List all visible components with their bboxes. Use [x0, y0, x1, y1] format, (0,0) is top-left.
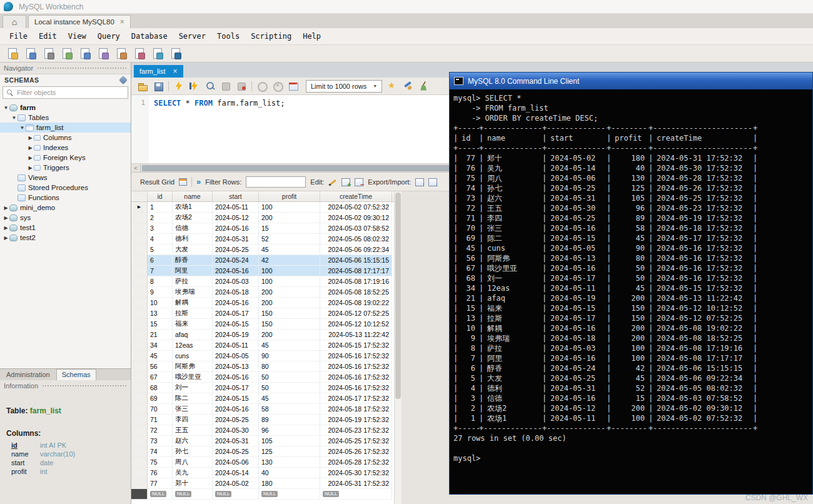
grid-cell[interactable]: 2024-05-05 08:02:32: [320, 234, 392, 244]
grid-cell[interactable]: 王五: [173, 425, 213, 436]
menu-file[interactable]: File: [4, 29, 33, 43]
grid-cell[interactable]: 2024-05-16: [213, 298, 259, 308]
grid-row-75[interactable]: 75周八2024-05-061302024-05-28 17:52:32: [131, 457, 394, 468]
grid-cell[interactable]: 2: [148, 213, 173, 223]
grid-cell[interactable]: 2024-05-25: [213, 244, 259, 255]
grid-cell[interactable]: 7: [148, 266, 173, 276]
row-marker[interactable]: [131, 457, 148, 468]
row-marker[interactable]: [131, 415, 148, 425]
autocommit-toggle-icon[interactable]: [288, 81, 299, 92]
grid-row-67[interactable]: 67哦沙里亚2024-05-16502024-05-16 17:52:32: [131, 372, 394, 383]
grid-row-6[interactable]: 6醇香2024-05-24422024-05-06 15:15:15: [131, 255, 394, 266]
grid-column-header-profit[interactable]: profit: [259, 191, 320, 201]
open-sql-script-icon[interactable]: [24, 48, 36, 59]
open-script-icon[interactable]: [137, 81, 148, 92]
sql-query-text[interactable]: SELECT * FROM farm.farm_list;: [149, 95, 285, 163]
grid-cell[interactable]: 2024-05-31: [213, 234, 259, 244]
grid-cell[interactable]: 2024-05-06: [213, 457, 259, 468]
grid-cell[interactable]: 2024-05-05: [213, 351, 259, 361]
grid-scrollbar-thumb[interactable]: [395, 193, 401, 399]
row-marker[interactable]: [131, 340, 148, 351]
row-marker[interactable]: [131, 319, 148, 330]
import-records-icon[interactable]: [428, 178, 437, 186]
edit-record-icon[interactable]: [328, 178, 337, 186]
grid-cell[interactable]: 56: [148, 361, 173, 372]
grid-cell[interactable]: 德利: [173, 234, 213, 244]
grid-cell[interactable]: 150: [259, 308, 320, 319]
grid-row-5[interactable]: 5大发2024-05-25452024-05-06 09:22:34: [131, 244, 394, 255]
grid-cell[interactable]: 2024-05-12 07:52:25: [320, 308, 392, 319]
row-marker[interactable]: [131, 255, 148, 266]
grid-cell[interactable]: 34: [148, 340, 173, 351]
execute-current-statement-icon[interactable]: [189, 81, 200, 92]
grid-row-69[interactable]: 69陈二2024-05-15452024-05-17 17:52:32: [131, 393, 394, 404]
grid-row-1[interactable]: ▶1农场12024-05-111002024-05-02 07:52:32: [131, 202, 394, 213]
tree-item-columns[interactable]: ▶Columns: [0, 133, 131, 143]
grid-cell[interactable]: 100: [259, 276, 320, 287]
grid-cell[interactable]: 农场2: [173, 213, 213, 223]
grid-cell[interactable]: 拉斯: [173, 308, 213, 319]
create-view-icon[interactable]: [97, 48, 109, 59]
grid-column-header-id[interactable]: id: [148, 191, 173, 201]
menu-query[interactable]: Query: [92, 29, 126, 43]
grid-row-34[interactable]: 3412eas2024-05-11452024-05-15 17:52:32: [131, 340, 394, 351]
grid-cell[interactable]: 90: [259, 351, 320, 361]
row-marker[interactable]: [131, 298, 148, 308]
tree-item-indexes[interactable]: ▶Indexes: [0, 143, 131, 153]
grid-cell-null[interactable]: NULL: [173, 489, 213, 500]
grid-cell[interactable]: 哦沙里亚: [173, 372, 213, 383]
grid-cell[interactable]: 50: [259, 372, 320, 383]
grid-cell[interactable]: 解耦: [173, 298, 213, 308]
grid-cell[interactable]: 2024-05-08 17:19:16: [320, 276, 392, 287]
tree-item-sys[interactable]: ▶sys: [0, 213, 131, 223]
home-tab[interactable]: ⌂: [3, 15, 26, 28]
row-marker[interactable]: [131, 330, 148, 340]
grid-row-70[interactable]: 70张三2024-05-16582024-05-18 17:52:32: [131, 404, 394, 415]
terminal-body[interactable]: mysql> SELECT * -> FROM farm_list -> ORD…: [450, 89, 812, 494]
chevron-collapsed-icon[interactable]: ▶: [3, 205, 9, 211]
grid-cell[interactable]: 2024-05-17: [213, 383, 259, 393]
grid-cell[interactable]: 2024-05-15: [213, 393, 259, 404]
grid-cell[interactable]: 赵六: [173, 436, 213, 446]
explain-plan-icon[interactable]: [205, 81, 216, 92]
tree-item-functions[interactable]: Functions: [0, 193, 131, 203]
grid-column-header-createTime[interactable]: createTime: [320, 191, 392, 201]
create-procedure-icon[interactable]: [115, 48, 127, 59]
grid-cell[interactable]: 150: [259, 319, 320, 330]
tree-item-test1[interactable]: ▶test1: [0, 223, 131, 233]
grid-column-header-start[interactable]: start: [213, 191, 259, 201]
grid-row-68[interactable]: 68刘一2024-05-17502024-05-16 17:52:32: [131, 383, 394, 393]
menu-edit[interactable]: Edit: [33, 29, 63, 43]
grid-cell[interactable]: 50: [259, 383, 320, 393]
chevron-collapsed-icon[interactable]: ▶: [3, 225, 9, 231]
grid-cell[interactable]: 2024-05-13: [213, 361, 259, 372]
grid-cell[interactable]: 42: [259, 255, 320, 266]
grid-cell[interactable]: 2024-05-02: [213, 478, 259, 489]
grid-cell[interactable]: 农场1: [173, 202, 213, 213]
tree-item-views[interactable]: Views: [0, 173, 131, 183]
grid-cell[interactable]: 2024-05-13 11:22:42: [320, 330, 392, 340]
grid-cell[interactable]: 福来: [173, 319, 213, 330]
menu-scripting[interactable]: Scripting: [245, 29, 297, 43]
grid-cell[interactable]: 200: [259, 213, 320, 223]
grid-cell[interactable]: afaq: [173, 330, 213, 340]
new-row-marker[interactable]: [131, 489, 148, 500]
grid-cell-null[interactable]: NULL: [259, 489, 320, 500]
grid-cell[interactable]: 74: [148, 446, 173, 457]
row-marker[interactable]: [131, 361, 148, 372]
grid-cell[interactable]: 2024-05-16 17:52:32: [320, 351, 392, 361]
grid-cell[interactable]: 醇香: [173, 255, 213, 266]
grid-cell[interactable]: 2024-05-30: [213, 425, 259, 436]
grid-cell[interactable]: 2024-05-15 17:52:32: [320, 340, 392, 351]
grid-cell[interactable]: 孙七: [173, 446, 213, 457]
grid-cell[interactable]: 100: [259, 266, 320, 276]
row-marker[interactable]: [131, 213, 148, 223]
grid-cell[interactable]: 9: [148, 287, 173, 298]
row-marker[interactable]: ▶: [131, 202, 148, 213]
row-marker[interactable]: [131, 393, 148, 404]
grid-cell[interactable]: 2024-05-12: [213, 213, 259, 223]
grid-cell[interactable]: 5: [148, 244, 173, 255]
row-marker[interactable]: [131, 266, 148, 276]
panel-drag-handle[interactable]: [42, 385, 127, 388]
row-marker[interactable]: [131, 468, 148, 478]
